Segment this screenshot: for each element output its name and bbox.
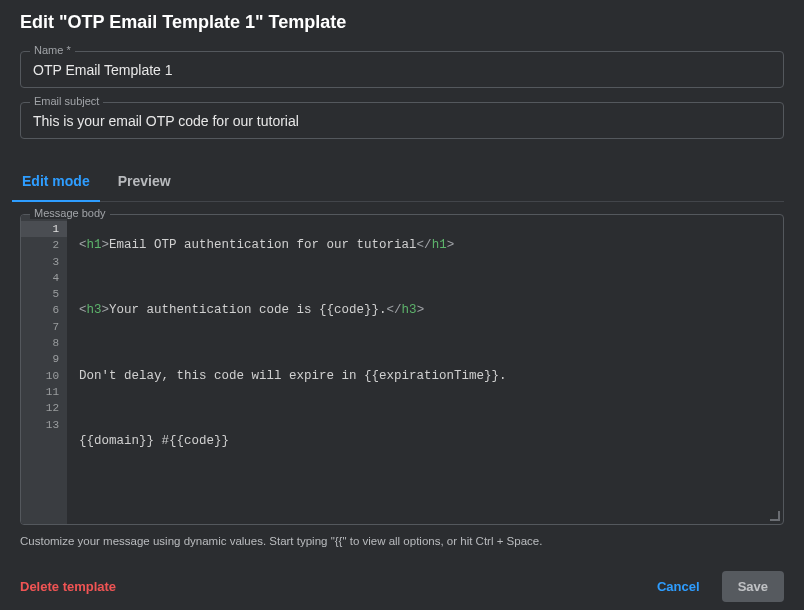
code-editor[interactable]: 12345678910111213 <h1>Email OTP authenti… (20, 214, 784, 525)
tab-preview[interactable]: Preview (116, 163, 173, 201)
subject-field-label: Email subject (30, 95, 103, 107)
name-field-label: Name * (30, 44, 75, 56)
message-body-label: Message body (30, 207, 110, 219)
dialog-title: Edit "OTP Email Template 1" Template (20, 12, 784, 33)
name-field-wrap: Name * (20, 51, 784, 88)
delete-template-link[interactable]: Delete template (20, 579, 116, 594)
save-button[interactable]: Save (722, 571, 784, 602)
code-area[interactable]: <h1>Email OTP authentication for our tut… (67, 215, 783, 524)
cancel-button[interactable]: Cancel (641, 571, 716, 602)
name-input[interactable] (20, 51, 784, 88)
subject-field-wrap: Email subject (20, 102, 784, 139)
message-body-wrap: Message body 12345678910111213 <h1>Email… (20, 214, 784, 525)
tab-edit-mode[interactable]: Edit mode (20, 163, 92, 201)
subject-input[interactable] (20, 102, 784, 139)
helper-text: Customize your message using dynamic val… (20, 535, 784, 547)
resize-handle-icon[interactable] (770, 511, 780, 521)
edit-template-dialog: Edit "OTP Email Template 1" Template Nam… (0, 0, 804, 610)
tabs-bar: Edit mode Preview (20, 163, 784, 202)
dialog-footer: Delete template Cancel Save (20, 571, 784, 602)
line-gutter: 12345678910111213 (21, 215, 67, 524)
